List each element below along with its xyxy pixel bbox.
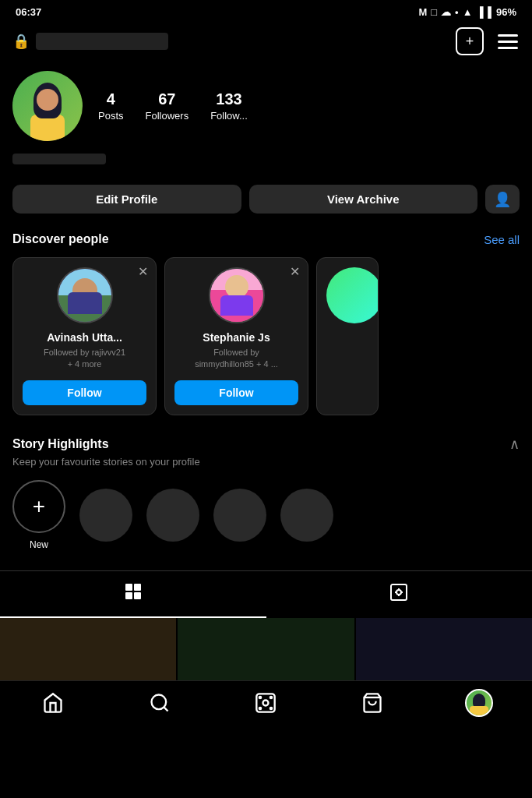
highlight-circle-3[interactable] [146, 489, 199, 542]
card-name-2: Stephanie Js [203, 331, 270, 344]
photo-cell-3[interactable] [356, 618, 532, 680]
following-stat[interactable]: 133 Follow... [210, 90, 248, 122]
lock-icon: 🔒 [12, 33, 30, 50]
partial-avatar [326, 267, 379, 323]
highlights-header: Story Highlights ∧ [12, 436, 520, 453]
hamburger-line [498, 41, 518, 43]
svg-rect-1 [134, 584, 141, 591]
card-close-button-2[interactable]: ✕ [290, 266, 300, 278]
svg-rect-4 [391, 584, 407, 600]
new-highlight-circle[interactable]: + [12, 480, 65, 533]
add-post-button[interactable]: + [456, 27, 484, 55]
svg-point-6 [151, 694, 166, 709]
svg-rect-0 [125, 584, 132, 591]
nav-search[interactable] [107, 689, 213, 717]
view-archive-button[interactable]: View Archive [249, 185, 478, 214]
svg-rect-3 [134, 592, 141, 599]
discover-section: Discover people See all ✕ Avinash Utta..… [0, 226, 532, 425]
highlight-circle-4[interactable] [213, 489, 266, 542]
card-avatar-image-2 [210, 269, 263, 322]
avatar-container [12, 71, 83, 141]
status-bar: 06:37 M □ ☁ • ▲ ▐▐ 96% [0, 0, 532, 21]
nav-home[interactable] [0, 689, 107, 717]
username-area: 🔒 [12, 33, 168, 50]
nav-reels[interactable] [213, 689, 319, 717]
highlights-row: + New [12, 480, 520, 558]
posts-count: 4 [107, 90, 115, 108]
card-avatar-2 [209, 267, 265, 323]
hamburger-line [498, 47, 518, 49]
profile-buttons: Edit Profile View Archive 👤 [0, 178, 532, 226]
nav-profile[interactable] [425, 689, 532, 717]
svg-rect-2 [125, 592, 132, 599]
highlight-circle-2[interactable] [79, 489, 132, 542]
hamburger-line [498, 34, 518, 37]
followers-count: 67 [158, 90, 175, 108]
nav-profile-avatar [465, 689, 493, 717]
plus-icon: + [33, 494, 45, 519]
discover-card-partial [316, 257, 379, 415]
highlights-section: Story Highlights ∧ Keep your favourite s… [0, 425, 532, 564]
plus-square-icon: + [466, 34, 474, 50]
person-add-icon: 👤 [494, 191, 511, 208]
bottom-nav [0, 680, 532, 728]
card-name-1: Avinash Utta... [47, 331, 122, 344]
card-sub-1: Followed by rajivvv21+ 4 more [44, 347, 125, 371]
following-count: 133 [216, 90, 241, 108]
followers-label: Followers [146, 110, 189, 122]
card-sub-2: Followed bysimmydhillon85 + 4 ... [195, 347, 278, 371]
svg-point-13 [270, 708, 272, 709]
tab-grid[interactable] [0, 571, 266, 618]
photo-grid-preview [0, 618, 532, 680]
highlight-item-2[interactable] [79, 489, 132, 542]
svg-point-10 [259, 697, 261, 698]
svg-point-5 [396, 590, 401, 595]
tag-icon [389, 583, 408, 606]
highlights-subtitle: Keep your favourite stories on your prof… [12, 456, 520, 468]
share-profile-button[interactable]: 👤 [485, 185, 520, 214]
discover-header: Discover people See all [12, 232, 520, 246]
discover-title: Discover people [12, 232, 109, 246]
highlight-item-4[interactable] [213, 489, 266, 542]
svg-point-9 [263, 700, 269, 705]
photo-cell-2[interactable] [178, 618, 354, 680]
post-tabs [0, 570, 532, 618]
avatar[interactable] [12, 71, 83, 141]
highlight-item-5[interactable] [280, 489, 333, 542]
menu-button[interactable] [496, 33, 520, 51]
see-all-link[interactable]: See all [484, 233, 520, 246]
highlight-circle-5[interactable] [280, 489, 333, 542]
card-close-button[interactable]: ✕ [138, 266, 148, 278]
new-highlight-label: New [30, 539, 48, 550]
following-label: Follow... [210, 110, 248, 122]
svg-point-11 [270, 697, 272, 698]
tab-tagged[interactable] [266, 571, 533, 618]
discover-card: ✕ Avinash Utta... Followed by rajivvv21+… [12, 257, 157, 415]
highlight-item-3[interactable] [146, 489, 199, 542]
grid-icon [124, 582, 143, 606]
avatar-figure [24, 83, 71, 141]
follow-button-2[interactable]: Follow [174, 380, 298, 405]
follow-button-1[interactable]: Follow [23, 380, 146, 405]
new-highlight-item[interactable]: + New [12, 480, 65, 550]
discover-cards: ✕ Avinash Utta... Followed by rajivvv21+… [12, 257, 520, 415]
photo-cell-1[interactable] [0, 618, 176, 680]
edit-profile-button[interactable]: Edit Profile [12, 185, 241, 214]
discover-card-2: ✕ Stephanie Js Followed bysimmydhillon85… [164, 257, 308, 415]
status-icons: M □ ☁ • ▲ ▐▐ 96% [418, 6, 516, 18]
card-avatar-image-1 [58, 269, 111, 322]
profile-stats: 4 Posts 67 Followers 133 Follow... [98, 90, 520, 122]
card-avatar-1 [57, 267, 113, 323]
username-placeholder [36, 33, 168, 50]
nav-shop[interactable] [319, 689, 426, 717]
nav-actions: + [456, 27, 520, 55]
svg-point-12 [259, 708, 261, 709]
followers-stat[interactable]: 67 Followers [146, 90, 189, 122]
status-time: 06:37 [16, 6, 41, 18]
profile-section: 4 Posts 67 Followers 133 Follow... [0, 65, 532, 154]
profile-name-area [0, 154, 532, 178]
svg-line-7 [164, 707, 167, 711]
chevron-up-icon[interactable]: ∧ [509, 436, 520, 453]
posts-stat[interactable]: 4 Posts [98, 90, 124, 122]
top-nav: 🔒 + [0, 21, 532, 65]
